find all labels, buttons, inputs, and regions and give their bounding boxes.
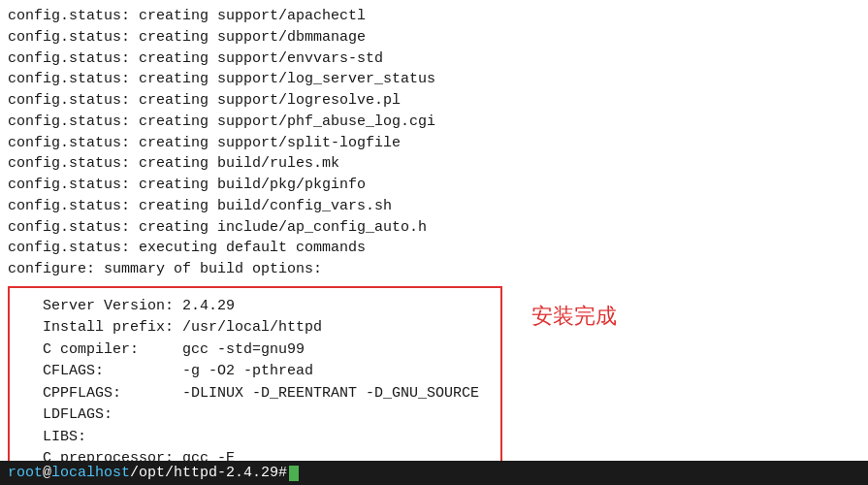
summary-line: LDFLAGS: (25, 404, 485, 427)
prompt-host: localhost (51, 465, 130, 481)
summary-line: C compiler: gcc -std=gnu99 (25, 340, 485, 362)
terminal-line: config.status: creating support/logresol… (8, 90, 860, 112)
summary-line: Server Version: 2.4.29 (25, 296, 485, 318)
terminal-prompt[interactable]: root @ localhost /opt/httpd-2.4.29 # (0, 461, 868, 485)
summary-line: CPPFLAGS: -DLINUX -D_REENTRANT -D_GNU_SO… (25, 383, 485, 405)
install-complete-label: 安装完成 (531, 302, 617, 331)
summary-area: Server Version: 2.4.29 Install prefix: /… (8, 282, 860, 480)
terminal-line: config.status: creating build/rules.mk (8, 153, 860, 175)
prompt-path: /opt/httpd-2.4.29 (130, 465, 278, 481)
terminal-line: config.status: creating support/dbmmanag… (8, 27, 860, 48)
prompt-user: root (8, 465, 43, 481)
terminal-line: config.status: creating build/config_var… (8, 196, 860, 217)
summary-line: LIBS: (25, 427, 485, 449)
terminal-line: config.status: creating support/apachect… (8, 6, 860, 27)
terminal-output: config.status: creating support/apachect… (8, 6, 860, 280)
summary-line: CFLAGS: -g -O2 -pthread (25, 361, 485, 383)
prompt-hash: # (278, 465, 287, 481)
terminal-line: config.status: creating build/pkg/pkginf… (8, 175, 860, 196)
terminal-line: config.status: creating support/split-lo… (8, 133, 860, 154)
summary-box: Server Version: 2.4.29 Install prefix: /… (8, 286, 502, 480)
terminal-window: config.status: creating support/apachect… (0, 0, 868, 485)
summary-line: Install prefix: /usr/local/httpd (25, 317, 485, 340)
prompt-at: @ (43, 465, 51, 481)
summary-header-line: configure: summary of build options: (8, 259, 860, 280)
terminal-line: config.status: creating support/log_serv… (8, 69, 860, 90)
terminal-line: config.status: creating support/envvars-… (8, 48, 860, 70)
terminal-line: config.status: creating include/ap_confi… (8, 217, 860, 239)
prompt-cursor (289, 466, 299, 481)
terminal-line: config.status: executing default command… (8, 238, 860, 259)
terminal-line: config.status: creating support/phf_abus… (8, 112, 860, 133)
